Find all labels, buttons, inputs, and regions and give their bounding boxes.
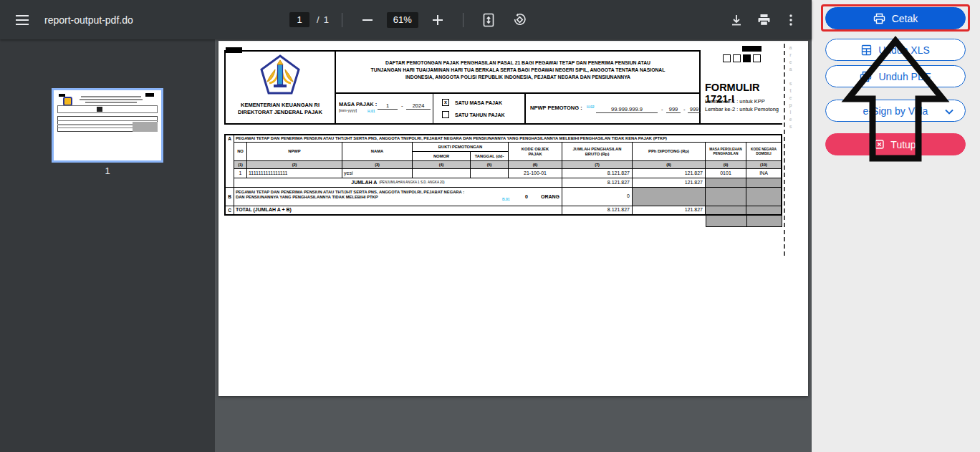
thumb-decor xyxy=(57,105,158,113)
section-a-letter: A xyxy=(228,135,231,143)
satu-masa-pajak-checkbox: x xyxy=(442,99,449,106)
pdf-viewer-window: report-output-pdf.do 1 /1 61% xyxy=(0,0,980,452)
unduh-pdf-label: Unduh PDF xyxy=(878,71,931,82)
esign-by-vida-button[interactable]: e-Sign by Vida xyxy=(825,100,966,122)
col-header-pph: PPh DIPOTONG (Rp) xyxy=(633,143,706,161)
npwp-part3: 999 xyxy=(688,106,701,113)
zoom-level-value: 61% xyxy=(387,12,418,28)
section-b-letter: B xyxy=(228,194,231,199)
unduh-xls-button[interactable]: Unduh XLS xyxy=(825,39,966,61)
toolbar-center: 1 /1 61% xyxy=(289,8,532,32)
page-divider: / xyxy=(317,14,320,25)
unduh-pdf-button[interactable]: Unduh PDF xyxy=(825,65,966,87)
pdf-scroll-area: KEMENTERIAN KEUANGAN RI DIREKTORAT JENDE… xyxy=(215,39,812,452)
form-title-line-2: TUNJANGAN HARI TUA/JAMINAN HARI TUA BERK… xyxy=(339,67,697,74)
col-header-masa: MASA PEROLEHAN PENGHASILAN xyxy=(706,143,746,161)
jumlah-a-label-cell: JUMLAH A (PENJUMLAHAN ANGKA 1 S.D. ANGKA… xyxy=(234,178,562,188)
print-icon[interactable] xyxy=(751,8,776,32)
row1-pph: 121.827 xyxy=(633,169,706,178)
thumb-decor xyxy=(57,120,158,121)
section-b-disabled-pph xyxy=(633,188,706,206)
col-num-10: (10) xyxy=(746,161,781,169)
fit-to-page-icon[interactable] xyxy=(476,8,501,32)
tutup-label: Tutup xyxy=(890,139,916,150)
download-icon[interactable] xyxy=(724,8,749,32)
col-header-kode-objek: KODE OBJEK PAJAK xyxy=(509,143,562,161)
section-b-unit: ORANG xyxy=(541,194,559,200)
pdf-toolbar: report-output-pdf.do 1 /1 61% xyxy=(0,0,812,39)
row1-kode: 21-100-01 xyxy=(509,169,562,178)
disabled-block-extension xyxy=(706,216,782,227)
npwp-ref: H.02 xyxy=(587,105,595,109)
thumb-decor xyxy=(133,122,158,132)
section-b-line1: PEGAWAI TETAP DAN PENERIMA PENSIUN ATAU … xyxy=(236,190,562,195)
col-num-5: (5) xyxy=(471,161,509,169)
pdf-page: KEMENTERIAN KEUANGAN RI DIREKTORAT JENDE… xyxy=(218,41,808,396)
form-title: DAFTAR PEMOTONGAN PAJAK PENGHASILAN PASA… xyxy=(339,59,697,81)
npwp-dash2: - xyxy=(683,106,686,112)
thumbnail-page-label: 1 xyxy=(0,165,215,176)
lembar-2: Lembar ke-2 : untuk Pemotong xyxy=(705,105,779,113)
jumlah-a-bruto: 8.121.827 xyxy=(562,178,633,188)
staples-dashed-line xyxy=(784,44,785,256)
menu-hamburger-icon[interactable] xyxy=(10,8,34,32)
form-table: A PEGAWAI TETAP DAN PENERIMA PENSIUN ATA… xyxy=(224,134,782,216)
jumlah-a-disabled-negara xyxy=(746,178,781,188)
zoom-in-button[interactable] xyxy=(426,8,450,32)
col-header-nomor: NOMOR xyxy=(413,152,471,161)
masa-pajak-dash: - xyxy=(401,102,403,109)
kemenkeu-logo xyxy=(260,54,300,96)
npwp-label: NPWP PEMOTONG : xyxy=(530,105,582,111)
chevron-down-icon xyxy=(945,109,953,115)
section-b-bruto: 0 xyxy=(562,188,633,206)
masa-pajak-label: MASA PAJAK : xyxy=(339,101,377,107)
col-header-bukti: BUKTI PEMOTONGAN xyxy=(413,143,509,152)
divider xyxy=(342,13,342,27)
divider xyxy=(463,13,463,27)
zoom-out-button[interactable] xyxy=(355,8,380,32)
form-title-line-1: DAFTAR PEMOTONGAN PAJAK PENGHASILAN PASA… xyxy=(339,59,697,67)
agency-line-2: DIREKTORAT JENDERAL PAJAK xyxy=(227,109,333,116)
more-options-kebab-icon[interactable] xyxy=(779,8,803,32)
jumlah-a-pph: 121.827 xyxy=(633,178,706,188)
col-header-bruto: JUMLAH PENGHASILAN BRUTO (Rp) xyxy=(562,143,633,161)
thumbnail-sidebar: 1 xyxy=(0,39,215,452)
rotate-icon[interactable] xyxy=(508,8,532,32)
row1-masa: 0101 xyxy=(706,169,746,178)
npwp-part2: 999 xyxy=(666,106,681,113)
thumb-decor xyxy=(81,96,141,97)
agency-line-1: KEMENTERIAN KEUANGAN RI xyxy=(227,102,333,109)
section-c-text: TOTAL (JUMLAH A + B) xyxy=(234,206,562,214)
page-number-input[interactable]: 1 xyxy=(289,12,309,27)
tutup-button[interactable]: Tutup xyxy=(825,133,966,155)
page-thumbnail[interactable] xyxy=(52,88,163,163)
col-header-negara: KODE NEGARA DOMISILI xyxy=(746,143,781,161)
satu-tahun-pajak-checkbox xyxy=(442,111,449,118)
col-header-no: NO xyxy=(234,143,247,161)
jumlah-a-label: JUMLAH A xyxy=(351,180,377,186)
row1-nama: yesi xyxy=(342,169,413,178)
section-c-pph: 121.827 xyxy=(633,206,706,214)
section-b-count: 0 xyxy=(519,194,534,200)
thumb-decor xyxy=(85,102,137,103)
section-b-disabled-negara xyxy=(746,188,781,206)
staples-area-label: area steples xyxy=(788,45,793,131)
row1-tanggal xyxy=(471,169,509,178)
section-a-text: PEGAWAI TETAP DAN PENERIMA PENSIUN ATAU … xyxy=(234,135,781,143)
lembar-1: Lembar ke-1 : untuk KPP xyxy=(705,97,779,105)
col-header-npwp: NPWP xyxy=(247,143,342,161)
masa-pajak-ref: H.01 xyxy=(368,109,375,113)
col-num-3: (3) xyxy=(342,161,413,169)
col-header-tanggal: TANGGAL (dd- xyxy=(471,152,509,161)
col-num-8: (8) xyxy=(633,161,706,169)
xls-file-icon xyxy=(861,44,872,56)
unduh-xls-label: Unduh XLS xyxy=(878,44,930,56)
page-total: 1 xyxy=(324,14,329,25)
section-c-disabled-masa xyxy=(706,206,746,214)
section-b-letter-cell: B xyxy=(226,188,234,206)
col-num-9: (9) xyxy=(706,161,746,169)
thumb-decor xyxy=(80,99,143,100)
agency-name: KEMENTERIAN KEUANGAN RI DIREKTORAT JENDE… xyxy=(227,102,333,116)
jumlah-a-note: (PENJUMLAHAN ANGKA 1 S.D. ANGKA 20) xyxy=(379,181,444,184)
cetak-button[interactable]: Cetak xyxy=(825,7,966,29)
